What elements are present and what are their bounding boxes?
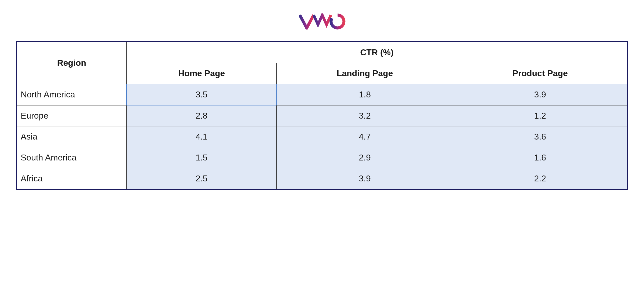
ctr-group-header: CTR (%) — [126, 42, 627, 63]
value-cell: 3.9 — [453, 84, 627, 105]
table-row: Europe2.83.21.2 — [17, 105, 628, 126]
table-row: Asia4.14.73.6 — [17, 126, 628, 147]
table-body: North America3.51.83.9Europe2.83.21.2Asi… — [17, 84, 628, 189]
column-header-product: Product Page — [453, 63, 627, 84]
logo-container — [16, 13, 628, 31]
value-cell: 2.8 — [126, 105, 277, 126]
value-cell: 2.5 — [126, 168, 277, 189]
table-row: South America1.52.91.6 — [17, 147, 628, 168]
region-cell: Europe — [17, 105, 127, 126]
table-row: Africa2.53.92.2 — [17, 168, 628, 189]
region-cell: South America — [17, 147, 127, 168]
value-cell: 4.1 — [126, 126, 277, 147]
ctr-table: Region CTR (%) Home Page Landing Page Pr… — [16, 41, 628, 190]
region-header: Region — [17, 42, 127, 84]
value-cell: 3.6 — [453, 126, 627, 147]
column-header-landing: Landing Page — [277, 63, 453, 84]
region-cell: North America — [17, 84, 127, 105]
value-cell: 1.2 — [453, 105, 627, 126]
value-cell: 3.2 — [277, 105, 453, 126]
value-cell: 1.8 — [277, 84, 453, 105]
value-cell: 3.9 — [277, 168, 453, 189]
region-cell: Africa — [17, 168, 127, 189]
vwo-logo-icon — [299, 13, 346, 30]
value-cell: 1.6 — [453, 147, 627, 168]
value-cell: 2.2 — [453, 168, 627, 189]
column-header-home: Home Page — [126, 63, 277, 84]
table-row: North America3.51.83.9 — [17, 84, 628, 105]
value-cell: 2.9 — [277, 147, 453, 168]
value-cell: 3.5 — [126, 84, 277, 105]
value-cell: 1.5 — [126, 147, 277, 168]
value-cell: 4.7 — [277, 126, 453, 147]
region-cell: Asia — [17, 126, 127, 147]
